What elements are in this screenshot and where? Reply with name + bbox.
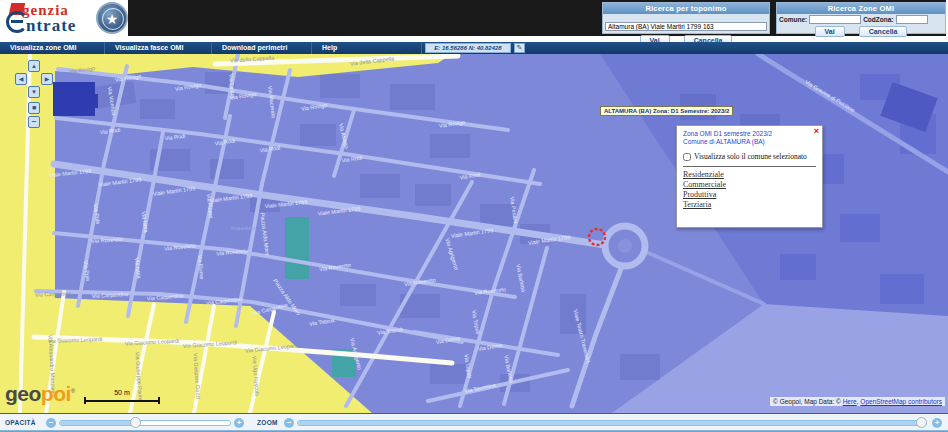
logo-text-ntrate: ntrate bbox=[26, 16, 76, 36]
opacity-slider[interactable] bbox=[59, 420, 231, 426]
toponym-search-panel: Ricerca per toponimo Vai Cancella bbox=[602, 2, 770, 34]
attribution-here-link[interactable]: Here bbox=[843, 398, 857, 405]
roundabout bbox=[605, 226, 645, 266]
only-selected-comune-label: Visualizza solo il comune selezionato bbox=[694, 152, 807, 161]
geopoi-omi-viewer: genzia ntrate ★ Ricerca per toponimo Vai… bbox=[0, 0, 948, 432]
coordinates-edit-icon[interactable]: ✎ bbox=[514, 43, 525, 53]
map-canvas bbox=[0, 54, 948, 413]
pan-left-icon[interactable]: ◀ bbox=[15, 73, 27, 85]
map-area[interactable]: Via della CappellaVia della CappellaVia … bbox=[0, 54, 948, 413]
menu-help[interactable]: Help bbox=[312, 42, 422, 54]
popup-title-line1: Zona OMI D1 semestre 2023/2 bbox=[683, 130, 816, 138]
menu-visualizza-zone-omi[interactable]: Visualizza zone OMI bbox=[0, 42, 105, 54]
zoom-box-tool-icon[interactable]: ■ bbox=[28, 102, 40, 114]
toponym-search-input[interactable] bbox=[605, 22, 767, 31]
codzona-label: CodZona: bbox=[863, 16, 893, 23]
opacity-decrease-button[interactable]: − bbox=[46, 418, 56, 428]
zone-vai-button[interactable]: Vai bbox=[815, 26, 845, 37]
geopoi-logo: geopoi® bbox=[5, 382, 75, 406]
zoom-decrease-button[interactable]: − bbox=[284, 418, 294, 428]
zoom-increase-button[interactable]: + bbox=[932, 418, 942, 428]
map-attribution: © Geopoi, Map Data: © Here, OpenStreetMa… bbox=[770, 397, 945, 406]
logo-e-swirl-icon bbox=[6, 11, 28, 33]
link-terziaria[interactable]: Terziaria bbox=[683, 200, 816, 210]
zone-cancella-button[interactable]: Cancella bbox=[859, 26, 908, 37]
menu-visualizza-fasce-omi[interactable]: Visualizza fasce OMI bbox=[105, 42, 212, 54]
link-residenziale[interactable]: Residenziale bbox=[683, 170, 816, 180]
zone-omi-popup: × Zona OMI D1 semestre 2023/2 Comune di … bbox=[676, 125, 823, 228]
codzona-input[interactable] bbox=[896, 15, 928, 24]
zoom-label: ZOOM bbox=[257, 419, 278, 426]
only-selected-comune-checkbox[interactable] bbox=[683, 153, 691, 161]
piazza-aldo-moro-park bbox=[285, 217, 309, 279]
scale-label: 50 m bbox=[84, 389, 160, 396]
zone-info-chip: ALTAMURA (BA) Zona: D1 Semestre: 2023/2 bbox=[600, 106, 733, 116]
comune-label: Comune: bbox=[779, 16, 807, 23]
toponym-search-title: Ricerca per toponimo bbox=[603, 3, 769, 14]
pan-up-icon[interactable]: ▲ bbox=[28, 60, 40, 72]
link-commerciale[interactable]: Commerciale bbox=[683, 180, 816, 190]
coordinates-readout: E: 16.56286 N: 40.82428 bbox=[425, 43, 511, 53]
zoom-slider-handle[interactable] bbox=[916, 417, 927, 428]
popup-close-icon[interactable]: × bbox=[814, 127, 819, 136]
zoom-out-tool-icon[interactable]: − bbox=[28, 116, 40, 128]
pan-right-icon[interactable]: ▶ bbox=[41, 73, 53, 85]
attribution-osm-link[interactable]: OpenStreetMap contributors bbox=[860, 398, 942, 405]
zoom-slider[interactable] bbox=[297, 420, 927, 426]
map-pan-control: ▲ ◀ ▶ ▼ ■ − bbox=[15, 60, 53, 118]
menu-download-perimetri[interactable]: Download perimetri bbox=[212, 42, 312, 54]
header: genzia ntrate ★ Ricerca per toponimo Vai… bbox=[0, 0, 948, 42]
zoom-slider-fill bbox=[298, 421, 926, 425]
zone-search-title: Ricerca Zone OMI bbox=[777, 3, 945, 14]
scale-line bbox=[84, 397, 160, 404]
bottom-control-bar: OPACITÀ − + ZOOM − + bbox=[0, 413, 948, 432]
opacity-slider-fill bbox=[60, 421, 137, 425]
menubar: Visualizza zone OMI Visualizza fasce OMI… bbox=[0, 42, 948, 54]
scale-bar: 50 m bbox=[84, 389, 160, 404]
opacity-increase-button[interactable]: + bbox=[234, 418, 244, 428]
link-produttiva[interactable]: Produttiva bbox=[683, 190, 816, 200]
opacity-label: OPACITÀ bbox=[5, 419, 36, 426]
popup-divider bbox=[683, 166, 816, 167]
pan-down-icon[interactable]: ▼ bbox=[28, 86, 40, 98]
italy-republic-emblem-icon: ★ bbox=[96, 2, 128, 34]
attribution-text: © Geopoi, Map Data: © bbox=[773, 398, 843, 405]
popup-title-line2: Comune di ALTAMURA (BA) bbox=[683, 138, 816, 146]
zone-search-panel: Ricerca Zone OMI Comune: CodZona: Vai Ca… bbox=[776, 2, 946, 34]
opacity-slider-handle[interactable] bbox=[130, 417, 141, 428]
indigo-building bbox=[53, 82, 98, 116]
comune-input[interactable] bbox=[809, 15, 861, 24]
